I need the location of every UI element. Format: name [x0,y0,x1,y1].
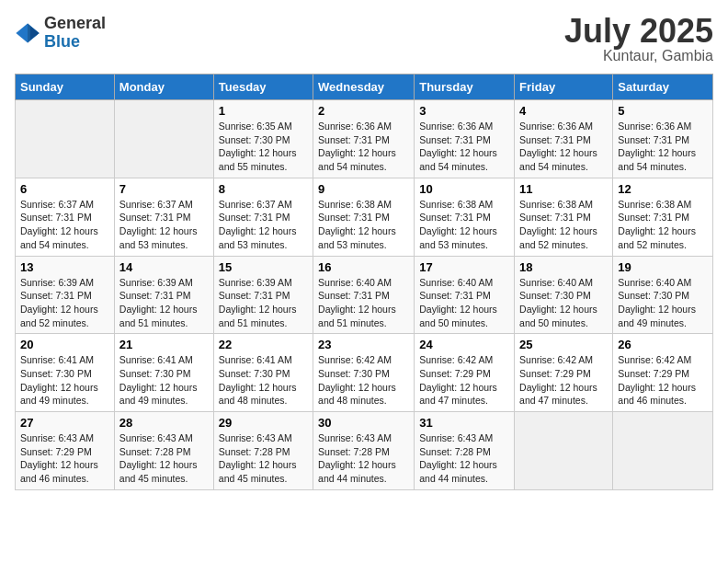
day-cell: 6Sunrise: 6:37 AMSunset: 7:31 PMDaylight… [16,178,115,256]
calendar-table: SundayMondayTuesdayWednesdayThursdayFrid… [15,74,713,490]
page-header: General Blue July 2025 Kuntaur, Gambia [15,15,713,64]
day-cell: 10Sunrise: 6:38 AMSunset: 7:31 PMDayligh… [415,178,515,256]
day-number: 8 [219,182,308,196]
day-number: 31 [419,416,509,430]
day-info: Sunrise: 6:36 AMSunset: 7:31 PMDaylight:… [519,120,608,174]
col-header-monday: Monday [114,75,213,100]
day-cell: 1Sunrise: 6:35 AMSunset: 7:30 PMDaylight… [213,100,313,178]
day-info: Sunrise: 6:41 AMSunset: 7:30 PMDaylight:… [20,353,109,408]
week-row-1: 1Sunrise: 6:35 AMSunset: 7:30 PMDaylight… [16,100,713,178]
day-number: 16 [318,260,409,274]
col-header-thursday: Thursday [415,75,515,100]
day-number: 26 [618,338,708,351]
col-header-saturday: Saturday [613,75,713,100]
header-row: SundayMondayTuesdayWednesdayThursdayFrid… [16,75,713,100]
day-info: Sunrise: 6:40 AMSunset: 7:30 PMDaylight:… [519,276,608,330]
day-number: 10 [419,182,509,196]
day-cell: 4Sunrise: 6:36 AMSunset: 7:31 PMDaylight… [515,100,613,178]
day-cell: 20Sunrise: 6:41 AMSunset: 7:30 PMDayligh… [16,334,115,412]
day-cell: 18Sunrise: 6:40 AMSunset: 7:30 PMDayligh… [515,256,613,334]
day-cell [613,412,713,490]
day-cell: 26Sunrise: 6:42 AMSunset: 7:29 PMDayligh… [613,334,713,412]
day-info: Sunrise: 6:37 AMSunset: 7:31 PMDaylight:… [20,198,109,252]
day-cell: 27Sunrise: 6:43 AMSunset: 7:29 PMDayligh… [16,412,115,490]
day-info: Sunrise: 6:42 AMSunset: 7:29 PMDaylight:… [618,353,708,408]
week-row-3: 13Sunrise: 6:39 AMSunset: 7:31 PMDayligh… [16,256,713,334]
logo: General Blue [15,15,106,52]
day-info: Sunrise: 6:43 AMSunset: 7:28 PMDaylight:… [419,431,509,486]
day-cell: 9Sunrise: 6:38 AMSunset: 7:31 PMDaylight… [313,178,415,256]
day-number: 22 [219,338,308,351]
week-row-2: 6Sunrise: 6:37 AMSunset: 7:31 PMDaylight… [16,178,713,256]
day-number: 19 [618,260,708,274]
day-info: Sunrise: 6:42 AMSunset: 7:30 PMDaylight:… [318,353,409,408]
day-number: 2 [318,104,409,118]
location: Kuntaur, Gambia [564,48,713,64]
day-cell: 22Sunrise: 6:41 AMSunset: 7:30 PMDayligh… [213,334,313,412]
day-cell: 5Sunrise: 6:36 AMSunset: 7:31 PMDaylight… [613,100,713,178]
day-info: Sunrise: 6:41 AMSunset: 7:30 PMDaylight:… [119,353,209,408]
day-number: 11 [519,182,608,196]
day-number: 14 [119,260,209,274]
day-cell: 30Sunrise: 6:43 AMSunset: 7:28 PMDayligh… [313,412,415,490]
col-header-wednesday: Wednesday [313,75,415,100]
day-number: 12 [618,182,708,196]
day-number: 1 [219,104,308,118]
day-number: 17 [419,260,509,274]
month-title: July 2025 [564,15,713,48]
day-cell: 17Sunrise: 6:40 AMSunset: 7:31 PMDayligh… [415,256,515,334]
day-number: 5 [618,104,708,118]
day-cell: 16Sunrise: 6:40 AMSunset: 7:31 PMDayligh… [313,256,415,334]
day-number: 9 [318,182,409,196]
col-header-friday: Friday [515,75,613,100]
day-number: 13 [20,260,109,274]
day-number: 21 [119,338,209,351]
logo-blue: Blue [44,33,106,52]
day-cell: 14Sunrise: 6:39 AMSunset: 7:31 PMDayligh… [114,256,213,334]
day-cell: 13Sunrise: 6:39 AMSunset: 7:31 PMDayligh… [16,256,115,334]
day-info: Sunrise: 6:39 AMSunset: 7:31 PMDaylight:… [219,276,308,330]
day-info: Sunrise: 6:40 AMSunset: 7:30 PMDaylight:… [618,276,708,330]
day-cell: 29Sunrise: 6:43 AMSunset: 7:28 PMDayligh… [213,412,313,490]
day-number: 24 [419,338,509,351]
day-cell: 21Sunrise: 6:41 AMSunset: 7:30 PMDayligh… [114,334,213,412]
logo-general: General [44,15,106,33]
day-info: Sunrise: 6:38 AMSunset: 7:31 PMDaylight:… [419,198,509,252]
day-info: Sunrise: 6:43 AMSunset: 7:28 PMDaylight:… [219,431,308,486]
day-cell: 23Sunrise: 6:42 AMSunset: 7:30 PMDayligh… [313,334,415,412]
day-cell: 15Sunrise: 6:39 AMSunset: 7:31 PMDayligh… [213,256,313,334]
day-info: Sunrise: 6:35 AMSunset: 7:30 PMDaylight:… [219,120,308,174]
day-number: 20 [20,338,109,351]
day-number: 7 [119,182,209,196]
day-cell: 8Sunrise: 6:37 AMSunset: 7:31 PMDaylight… [213,178,313,256]
day-info: Sunrise: 6:39 AMSunset: 7:31 PMDaylight:… [119,276,209,330]
day-number: 4 [519,104,608,118]
day-info: Sunrise: 6:38 AMSunset: 7:31 PMDaylight:… [519,198,608,252]
day-info: Sunrise: 6:39 AMSunset: 7:31 PMDaylight:… [20,276,109,330]
week-row-5: 27Sunrise: 6:43 AMSunset: 7:29 PMDayligh… [16,412,713,490]
day-info: Sunrise: 6:40 AMSunset: 7:31 PMDaylight:… [318,276,409,330]
week-row-4: 20Sunrise: 6:41 AMSunset: 7:30 PMDayligh… [16,334,713,412]
day-info: Sunrise: 6:43 AMSunset: 7:29 PMDaylight:… [20,431,109,486]
day-info: Sunrise: 6:42 AMSunset: 7:29 PMDaylight:… [519,353,608,408]
day-info: Sunrise: 6:37 AMSunset: 7:31 PMDaylight:… [219,198,308,252]
day-cell [515,412,613,490]
col-header-tuesday: Tuesday [213,75,313,100]
day-cell: 12Sunrise: 6:38 AMSunset: 7:31 PMDayligh… [613,178,713,256]
col-header-sunday: Sunday [16,75,115,100]
day-info: Sunrise: 6:43 AMSunset: 7:28 PMDaylight:… [318,431,409,486]
day-cell: 11Sunrise: 6:38 AMSunset: 7:31 PMDayligh… [515,178,613,256]
svg-marker-2 [30,27,40,40]
day-cell: 28Sunrise: 6:43 AMSunset: 7:28 PMDayligh… [114,412,213,490]
day-number: 18 [519,260,608,274]
day-info: Sunrise: 6:38 AMSunset: 7:31 PMDaylight:… [618,198,708,252]
day-cell: 7Sunrise: 6:37 AMSunset: 7:31 PMDaylight… [114,178,213,256]
day-info: Sunrise: 6:36 AMSunset: 7:31 PMDaylight:… [419,120,509,174]
day-cell [114,100,213,178]
day-cell: 2Sunrise: 6:36 AMSunset: 7:31 PMDaylight… [313,100,415,178]
day-number: 27 [20,416,109,430]
day-info: Sunrise: 6:43 AMSunset: 7:28 PMDaylight:… [119,431,209,486]
day-cell: 19Sunrise: 6:40 AMSunset: 7:30 PMDayligh… [613,256,713,334]
logo-icon [15,20,40,46]
day-number: 23 [318,338,409,351]
